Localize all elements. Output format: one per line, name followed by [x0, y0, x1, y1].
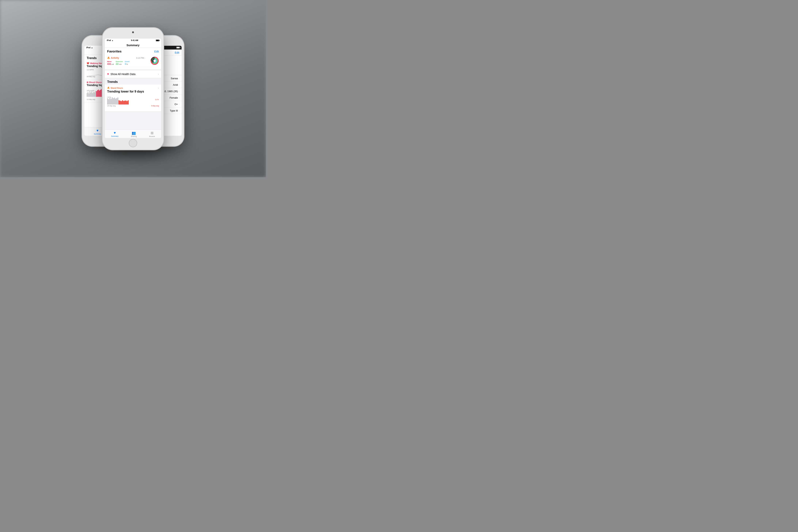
bar-9 [94, 92, 95, 97]
home-button-center[interactable] [129, 139, 137, 147]
chevron-dob: › [178, 90, 179, 92]
summary-icon-center: ♥ [114, 131, 116, 135]
phones-container: iPod ▲ 9:41 AM Summary Trends [0, 0, 266, 177]
phone-center: iPod ▲ 9:41 AM Summary Fav [102, 28, 164, 150]
edit-button-health[interactable]: Edit [175, 51, 179, 54]
heart-health-icon: ♥ [107, 72, 109, 76]
chevron-skin: › [178, 110, 179, 112]
health-data-left: ♥ Show All Health Data [107, 72, 135, 76]
tab-summary-label-center: Summary [111, 135, 118, 137]
stat-move: Move 431 cal [107, 61, 114, 65]
time-center: 9:41 AM [131, 39, 138, 41]
sb-11 [118, 100, 119, 104]
hr-avg: 20-day avg [87, 75, 95, 77]
status-left-center: iPod ▲ [107, 39, 113, 41]
stand-red-value: 11 hr [155, 99, 159, 100]
stand-hours-flame: 🔥 [107, 87, 110, 89]
sb-16 [124, 101, 125, 104]
battery-fill-right [177, 47, 179, 48]
sb-1 [107, 98, 108, 104]
stand-chart-container: 15 hr 11 hr [107, 96, 159, 109]
status-bar-center: iPod ▲ 9:41 AM [105, 39, 161, 42]
sb-7 [114, 98, 115, 104]
lastname-value: Aridi [173, 83, 178, 86]
stat-exercise: Exercise 22 min [116, 61, 123, 65]
chevron-trend: › [158, 87, 159, 90]
carrier-center: iPod [107, 39, 111, 41]
chevron-lastname: › [178, 83, 179, 86]
tab-sharing-center[interactable]: 👥 Sharing [131, 131, 137, 137]
tab-summary-left[interactable]: ♥ Summary [94, 129, 101, 135]
sb-14 [122, 100, 123, 104]
bar-7 [92, 93, 93, 97]
exercise-unit: min [119, 63, 122, 65]
sb-15 [123, 101, 124, 104]
trends-section-center: Trends 🔥 Stand Hours › Trending lower fo… [105, 78, 161, 111]
battery-fill-center [156, 40, 159, 41]
show-all-health-data-row[interactable]: ♥ Show All Health Data › [105, 71, 161, 78]
skin-type-value-row: Type III › [170, 109, 179, 112]
bar-8 [93, 92, 94, 97]
chevron-health: › [158, 72, 159, 76]
screen-center: iPod ▲ 9:41 AM Summary Fav [105, 39, 161, 138]
tab-summary-label-left: Summary [94, 133, 101, 135]
sb-5 [112, 97, 113, 104]
sex-value: Female [170, 96, 178, 99]
tab-summary-center[interactable]: ♥ Summary [111, 131, 118, 137]
activity-row[interactable]: 🔥 Activity 3:14 PM › Move [107, 55, 159, 67]
activity-left: 🔥 Activity 3:14 PM › Move [107, 56, 145, 65]
exercise-label: Exercise [116, 61, 123, 62]
stand-value: 3 [125, 62, 126, 65]
hr-value: 113 BPM [87, 69, 94, 71]
trend-icon-1: ❤️ [87, 62, 89, 64]
wifi-icon-center: ▲ [112, 39, 113, 41]
activity-top-row: 🔥 Activity 3:14 PM › [107, 56, 145, 59]
stand-hours-trend-card: 🔥 Stand Hours › Trending lower for 9 day… [105, 84, 161, 111]
sb-13 [121, 101, 122, 104]
bg-avg: 12-day avg [87, 98, 95, 100]
bar-3 [89, 93, 89, 97]
stand-hours-text: Stand Hours [111, 87, 123, 89]
tab-sharing-label-center: Sharing [131, 135, 137, 137]
browse-icon-center: ⊞ [151, 131, 153, 135]
sb-12 [120, 101, 121, 104]
show-all-health-data-text: Show All Health Data [111, 73, 136, 76]
bg-icon: ⊞ [87, 81, 88, 83]
move-unit: cal [112, 63, 114, 65]
bg-value: 103 mg/dL [87, 90, 95, 91]
status-right-center [156, 39, 159, 41]
bar-12 [97, 90, 98, 97]
bar-2 [88, 92, 88, 97]
stand-chart-labels: 19-day avg 9-day avg [107, 105, 159, 107]
sb-3 [110, 98, 110, 104]
carrier-left: iPod [86, 46, 91, 49]
move-value-row: 431 cal [107, 62, 114, 65]
exercise-value: 22 [116, 62, 118, 65]
chevron-blood: › [178, 103, 179, 105]
stand-hours-header: 🔥 Stand Hours › [107, 87, 159, 90]
favorites-title: Favorites [107, 50, 121, 53]
tab-bar-center: ♥ Summary 👥 Sharing ⊞ Browse [105, 130, 161, 138]
activity-label: 🔥 Activity [107, 57, 119, 59]
stand-top-value: 15 hr [107, 96, 111, 98]
sb-19 [128, 100, 129, 104]
sb-9 [116, 98, 117, 104]
nav-bar-center: Summary [105, 42, 161, 48]
tab-browse-center[interactable]: ⊞ Browse [149, 131, 155, 137]
exercise-value-row: 22 min [116, 62, 123, 65]
bar-10 [95, 91, 96, 97]
status-right-right [176, 47, 180, 49]
chevron-sex: › [178, 96, 179, 99]
sb-6 [113, 98, 114, 104]
move-label: Move [107, 61, 114, 62]
stand-label: Stand [125, 61, 129, 62]
sb-2 [108, 99, 109, 104]
activity-time-row: 3:14 PM › [136, 56, 145, 59]
tab-browse-label-center: Browse [149, 135, 155, 137]
move-value: 431 [107, 62, 111, 65]
battery-center [156, 39, 159, 41]
summary-icon-left: ♥ [96, 129, 99, 133]
edit-button-favorites[interactable]: Edit [154, 50, 159, 53]
sb-17 [126, 100, 126, 104]
sb-4 [111, 99, 112, 104]
